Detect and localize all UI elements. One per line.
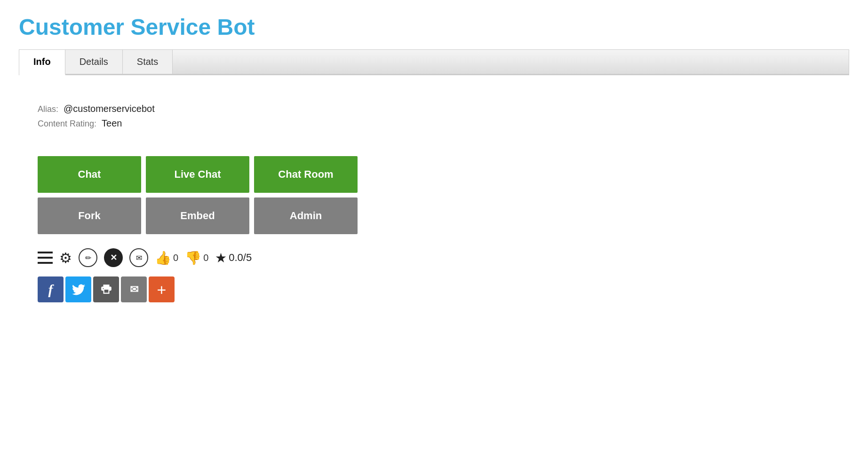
content-rating-label: Content Rating:	[38, 119, 96, 128]
fork-button[interactable]: Fork	[38, 197, 141, 234]
thumbs-up-group: 👍 0	[155, 250, 178, 266]
share-icons-row: f ✉ +	[19, 276, 849, 302]
buttons-grid: Chat Live Chat Chat Room Fork Embed Admi…	[19, 156, 849, 234]
thumbs-up-icon[interactable]: 👍	[155, 250, 171, 266]
twitter-share-icon[interactable]	[65, 276, 91, 302]
tab-info[interactable]: Info	[19, 50, 65, 75]
svg-rect-1	[38, 257, 53, 259]
chat-room-button[interactable]: Chat Room	[254, 156, 358, 193]
content-rating-value: Teen	[102, 118, 122, 128]
tabs-container: Info Details Stats	[19, 49, 849, 75]
thumbs-up-count: 0	[173, 253, 178, 263]
star-rating-value: 0.0/5	[229, 252, 252, 264]
svg-rect-0	[38, 252, 53, 253]
email-share-icon[interactable]: ✉	[121, 276, 147, 302]
settings-icon[interactable]: ⚙	[59, 250, 72, 266]
message-icon[interactable]: ✉	[129, 248, 148, 267]
svg-rect-2	[38, 262, 53, 264]
thumbs-down-count: 0	[203, 253, 208, 263]
print-share-icon[interactable]	[93, 276, 119, 302]
star-rating-group: ★ 0.0/5	[215, 250, 252, 266]
facebook-share-icon[interactable]: f	[38, 276, 64, 302]
content-rating-row: Content Rating: Teen	[38, 118, 830, 129]
delete-icon[interactable]: ✕	[104, 248, 123, 267]
chat-button[interactable]: Chat	[38, 156, 141, 193]
thumbs-down-icon[interactable]: 👎	[185, 250, 201, 266]
action-icons-row: ⚙ ✏ ✕ ✉ 👍 0 👎 0 ★ 0.0/5	[19, 248, 849, 267]
menu-icon[interactable]	[38, 252, 53, 264]
tab-details[interactable]: Details	[65, 50, 123, 74]
page-title: Customer Service Bot	[19, 14, 849, 40]
info-section: Alias: @customerservicebot Content Ratin…	[19, 94, 849, 142]
star-icon[interactable]: ★	[215, 250, 227, 266]
embed-button[interactable]: Embed	[146, 197, 249, 234]
alias-value: @customerservicebot	[64, 103, 155, 114]
edit-icon[interactable]: ✏	[79, 248, 97, 267]
live-chat-button[interactable]: Live Chat	[146, 156, 249, 193]
thumbs-down-group: 👎 0	[185, 250, 208, 266]
alias-label: Alias:	[38, 104, 58, 114]
tab-stats[interactable]: Stats	[123, 50, 173, 74]
more-share-icon[interactable]: +	[149, 276, 175, 302]
alias-row: Alias: @customerservicebot	[38, 103, 830, 114]
admin-button[interactable]: Admin	[254, 197, 358, 234]
